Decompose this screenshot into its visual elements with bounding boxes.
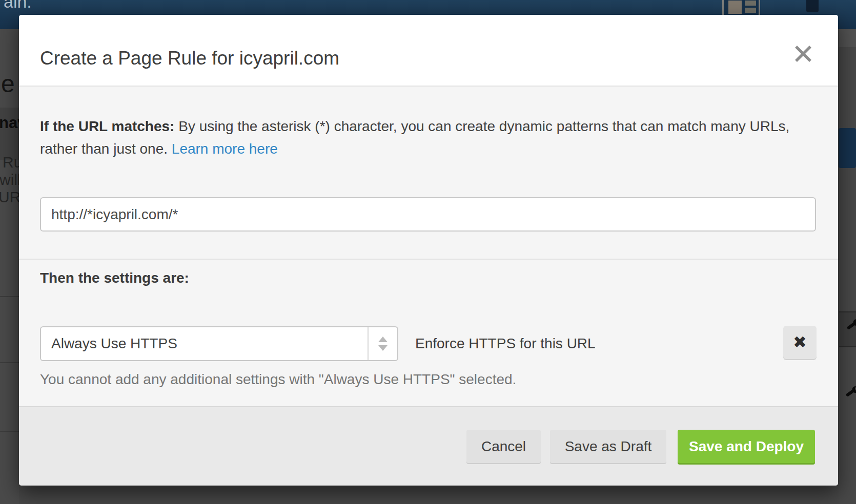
remove-setting-button[interactable]: ✖: [783, 326, 817, 359]
modal-body: If the URL matches: By using the asteris…: [19, 87, 838, 406]
setting-select[interactable]: Always Use HTTPS: [40, 326, 398, 361]
create-page-rule-modal: Create a Page Rule for icyapril.com If t…: [19, 15, 838, 486]
modal-footer: Cancel Save as Draft Save and Deploy: [19, 406, 838, 486]
setting-note: You cannot add any additional settings w…: [40, 371, 516, 388]
topbar-text-fragment: ain.: [4, 0, 32, 12]
cancel-button[interactable]: Cancel: [466, 430, 541, 463]
screen: ain. e nav Ru will UR: [0, 0, 856, 504]
setting-select-value: Always Use HTTPS: [51, 327, 177, 360]
setting-description: Enforce HTTPS for this URL: [415, 326, 596, 361]
bg-text-fragment: e: [1, 70, 15, 98]
modal-header: Create a Page Rule for icyapril.com: [19, 15, 838, 87]
bg-row-divider: [0, 431, 19, 432]
bg-row-divider: [0, 362, 19, 363]
bg-blue-button-fragment: [839, 128, 856, 168]
close-icon[interactable]: [793, 44, 813, 65]
chevron-up-down-icon[interactable]: [368, 327, 397, 360]
bg-text-fragment: UR: [0, 188, 19, 206]
background-left-strip: e nav Ru will UR: [0, 29, 19, 504]
wrench-icon: [845, 385, 856, 400]
partial-toolbar-icon: [806, 0, 819, 12]
url-pattern-input[interactable]: [40, 197, 816, 232]
bg-text-fragment: nav: [0, 114, 19, 132]
save-and-deploy-button[interactable]: Save and Deploy: [678, 430, 815, 463]
apps-grid-icon-bar: [745, 1, 756, 6]
triangle-down-icon: [378, 345, 388, 351]
apps-grid-icon-bar: [745, 8, 756, 13]
url-match-description: If the URL matches: By using the asteris…: [40, 115, 793, 160]
section-divider: [19, 259, 838, 260]
url-match-label: If the URL matches:: [40, 118, 174, 134]
settings-heading: Then the settings are:: [40, 270, 189, 286]
wrench-icon: [846, 318, 856, 333]
bg-text-fragment: Ru: [3, 154, 19, 171]
save-as-draft-button[interactable]: Save as Draft: [550, 430, 666, 463]
bg-right-band: [839, 29, 856, 47]
apps-grid-icon-block: [728, 1, 742, 14]
modal-title: Create a Page Rule for icyapril.com: [40, 48, 339, 69]
bg-text-fragment: will: [0, 171, 19, 188]
learn-more-link[interactable]: Learn more here: [172, 141, 278, 157]
background-right-strip: [839, 29, 856, 504]
triangle-up-icon: [378, 337, 388, 342]
bg-row-divider: [0, 296, 19, 297]
